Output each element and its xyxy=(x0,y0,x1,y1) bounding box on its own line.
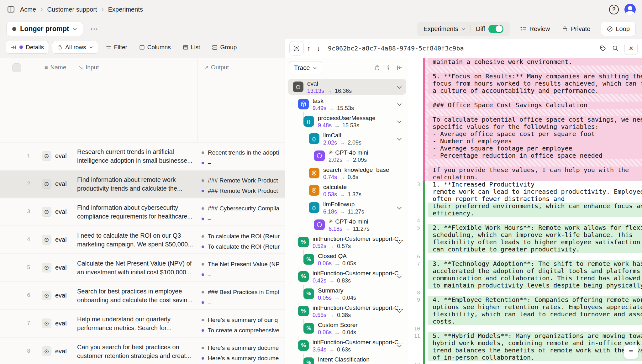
diff-line-number xyxy=(408,340,423,347)
eval-target-icon: ⊙ xyxy=(42,235,51,245)
breadcrumb-org[interactable]: Acme xyxy=(20,6,36,13)
select-all-checkbox[interactable] xyxy=(12,63,21,72)
trace-node[interactable]: ✳GPT-4o mini2.02s→2.09s xyxy=(288,148,406,164)
chevron-down-icon[interactable] xyxy=(397,102,402,106)
review-button[interactable]: Review xyxy=(518,25,552,33)
diff-added-line: 115. **Hybrid Models**: Many organizatio… xyxy=(408,332,642,340)
diff-added-line: 12 xyxy=(408,361,642,364)
eval-target-icon: ⊙ xyxy=(42,179,51,189)
tag-icon[interactable] xyxy=(597,43,608,54)
node-durations: 2.02s→2.09s xyxy=(323,139,361,146)
help-icon[interactable]: ? xyxy=(609,5,619,14)
all-rows-button[interactable]: All rows xyxy=(52,41,98,54)
collapse-left-icon[interactable] xyxy=(395,63,405,73)
node-durations: 0.74s→0.8s xyxy=(323,174,389,181)
columns-button[interactable]: Columns xyxy=(135,41,175,54)
filter-icon xyxy=(106,45,112,50)
loop-button[interactable]: Loop xyxy=(601,22,636,36)
next-row-icon[interactable]: ↓ xyxy=(314,44,324,53)
breadcrumb-project[interactable]: Customer support xyxy=(47,6,97,13)
private-button[interactable]: Private xyxy=(560,25,592,33)
expand-trace-icon[interactable] xyxy=(289,41,304,55)
diff-added-line: efficiency. xyxy=(408,210,642,217)
trace-node[interactable]: ()processUserMessage9.48s→15.53s xyxy=(288,113,406,129)
review-label: Review xyxy=(529,25,550,33)
breadcrumb-page[interactable]: Experiments xyxy=(108,6,143,13)
more-options-icon[interactable]: ⋯ xyxy=(87,23,101,35)
chevron-down-icon[interactable] xyxy=(397,136,402,140)
percent-icon: % xyxy=(298,340,309,351)
chevron-down-icon[interactable] xyxy=(397,119,402,123)
column-header-input[interactable]: ↘ Input xyxy=(78,64,99,71)
diff-removed-line: calculation. xyxy=(408,174,642,181)
collapse-vertical-icon[interactable] xyxy=(383,63,393,73)
search-icon[interactable] xyxy=(610,43,621,54)
diff-toggle[interactable] xyxy=(488,25,503,33)
node-durations: 2.02s→2.09s xyxy=(329,156,368,163)
trace-node[interactable]: %initFunction-Customer support-C...0.55s… xyxy=(288,303,406,319)
arrow-up-right-icon: ↗ xyxy=(204,64,208,71)
diff-removed-line: - Average square footage per employee xyxy=(408,145,642,152)
trace-node[interactable]: calculate0.53s→1.37s xyxy=(288,182,406,198)
diff-added-line: to maintain productivity levels despite … xyxy=(408,282,642,289)
experiment-switcher[interactable]: Longer prompt xyxy=(6,22,83,36)
table-header: ≡ Name ↘ Input ↗ Output xyxy=(0,58,285,142)
percent-icon: % xyxy=(303,254,314,265)
previous-row-icon[interactable]: ↑ xyxy=(304,44,314,53)
row-number: 6 xyxy=(13,292,30,298)
timing-icon[interactable] xyxy=(372,63,382,73)
row-number: 7 xyxy=(13,320,30,326)
trace-node[interactable]: search_knowledge_base0.74s→0.8s xyxy=(288,165,406,181)
trace-node[interactable]: ()llmCall2.02s→2.09s xyxy=(288,131,406,146)
row-number: 2 xyxy=(13,181,30,187)
table-row[interactable]: 3⊙evalFind information about cybersecuri… xyxy=(0,198,285,225)
trace-node[interactable]: %initFunction-Customer support-C...3.64s… xyxy=(288,338,406,353)
chevron-down-icon xyxy=(73,27,77,30)
list-button[interactable]: List xyxy=(178,41,205,54)
output-bullet xyxy=(202,190,204,192)
chat-bubble-icon xyxy=(316,153,323,159)
outline-toggle-icon[interactable]: ≡ xyxy=(624,345,638,359)
row-name: eval xyxy=(55,320,67,327)
sidebar-toggle-icon[interactable] xyxy=(6,5,16,14)
table-row[interactable]: 7⊙evalHelp me understand our quarterly p… xyxy=(0,310,285,337)
trace-node[interactable]: %initFunction-Customer support-C...0.42s… xyxy=(288,269,406,284)
column-header-output[interactable]: ↗ Output xyxy=(204,64,229,71)
openai-logo-icon: ✳ xyxy=(329,149,333,156)
trace-node[interactable]: ✳GPT-4o mini6.18s→11.27s xyxy=(288,217,406,233)
trace-node[interactable]: ⊙eval13.13s→16.36s xyxy=(288,79,406,95)
trace-node[interactable]: task9.49s→15.53s xyxy=(288,96,406,112)
table-row[interactable]: 2⊙evalFind information about remote work… xyxy=(0,171,285,198)
output-bullet xyxy=(202,245,204,248)
trace-node[interactable]: %initFunction-Customer support-C...0.52s… xyxy=(288,234,406,250)
table-row[interactable]: 8⊙evalCan you search for best practices … xyxy=(0,338,285,364)
diff-line-number xyxy=(408,303,423,311)
trace-panel-header: ↑ ↓ 9c062bc2-a8c7-4a88-9749-5cf840f3c9ba… xyxy=(285,39,642,58)
trace-node[interactable]: %Custom Scorer0.06s→0.04s xyxy=(288,320,406,336)
chevron-down-icon[interactable] xyxy=(397,84,402,89)
trace-node[interactable]: %Intent Classification xyxy=(288,355,406,364)
output-text: Here's a summary docume xyxy=(208,355,279,362)
details-button[interactable]: Details xyxy=(6,41,49,54)
avatar[interactable] xyxy=(624,4,636,15)
output-bullet xyxy=(202,151,204,154)
trace-node[interactable]: ()llmFollowup6.18s→11.27s xyxy=(288,200,406,215)
diff-line-number: 5 xyxy=(408,224,423,231)
filter-button[interactable]: Filter xyxy=(101,41,132,54)
chevron-down-icon[interactable] xyxy=(397,205,402,209)
view-selector[interactable]: Experiments xyxy=(418,25,471,33)
diff-added-line: of in-person collaboration. xyxy=(408,354,642,361)
column-header-name[interactable]: ≡ Name xyxy=(45,64,66,71)
trace-node[interactable]: %Closed QA0.06s→0.05s xyxy=(288,251,406,267)
table-row[interactable]: 5⊙evalCalculate the Net Present Value (N… xyxy=(0,254,285,281)
group-button[interactable]: Group xyxy=(208,41,241,54)
group-icon xyxy=(212,45,218,50)
node-name: ✳GPT-4o mini xyxy=(329,218,370,225)
table-row[interactable]: 4⊙evalI need to calculate the ROI on our… xyxy=(0,226,285,253)
trace-view-selector[interactable]: Trace xyxy=(289,61,322,74)
trace-node[interactable]: %Summary0.05s→0.04s xyxy=(288,286,406,302)
table-row[interactable]: 6⊙evalSearch for best practices in emplo… xyxy=(0,282,285,309)
table-row[interactable]: 1⊙evalResearch current trends in artific… xyxy=(0,143,285,170)
close-icon[interactable]: × xyxy=(624,42,638,55)
diff-added-line: costs. xyxy=(408,318,642,325)
